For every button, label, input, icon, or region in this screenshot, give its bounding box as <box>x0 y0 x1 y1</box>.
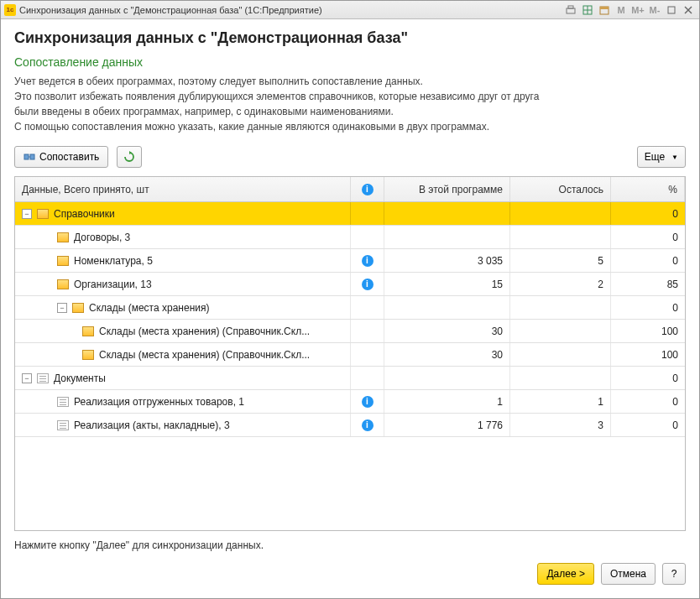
row-label: Реализация (акты, накладные), 3 <box>74 419 230 431</box>
cancel-button[interactable]: Отмена <box>601 563 656 585</box>
expand-toggle[interactable]: − <box>22 209 32 219</box>
cell-pct: 100 <box>611 320 685 342</box>
cell-program <box>384 367 510 389</box>
cell-pct: 0 <box>611 226 685 248</box>
footer-hint: Нажмите кнопку "Далее" для синхронизации… <box>14 539 686 551</box>
cell-data: −Справочники <box>15 202 351 225</box>
table-row[interactable]: Реализация (акты, накладные), 3i1 77630 <box>15 414 685 437</box>
cell-left: 3 <box>510 414 611 436</box>
cell-left: 5 <box>510 249 611 272</box>
row-label: Реализация отгруженных товаров, 1 <box>74 396 244 408</box>
cell-info <box>351 367 384 389</box>
window-title: Синхронизация данных с "Демонстрационная… <box>19 5 563 15</box>
info-icon[interactable]: i <box>362 396 374 408</box>
m-icon[interactable]: M <box>614 3 629 17</box>
print-icon[interactable] <box>563 3 578 17</box>
m-minus-icon[interactable]: M- <box>647 3 662 17</box>
row-label: Склады (места хранения) <box>89 302 209 314</box>
cell-data: Реализация (акты, накладные), 3 <box>15 414 351 436</box>
cell-program: 30 <box>384 343 510 366</box>
col-header-pct[interactable]: % <box>611 177 685 201</box>
more-button[interactable]: Еще ▼ <box>637 146 686 168</box>
svg-rect-11 <box>30 154 34 159</box>
col-header-info[interactable]: i <box>351 177 384 201</box>
cell-info: i <box>351 414 384 436</box>
svg-rect-6 <box>600 7 609 9</box>
cell-pct: 0 <box>611 249 685 272</box>
cell-info: i <box>351 273 384 295</box>
info-icon: i <box>362 184 374 195</box>
table-row[interactable]: Организации, 13i15285 <box>15 273 685 296</box>
cell-data: −Склады (места хранения) <box>15 296 351 319</box>
info-icon[interactable]: i <box>362 419 374 431</box>
cell-data: Номенклатура, 5 <box>15 249 351 272</box>
cell-program: 1 <box>384 390 510 413</box>
refresh-button[interactable] <box>117 146 142 168</box>
cell-pct: 0 <box>611 367 685 389</box>
expand-toggle[interactable]: − <box>57 303 67 313</box>
expand-toggle[interactable]: − <box>22 373 32 383</box>
info-icon[interactable]: i <box>362 255 374 267</box>
cell-left <box>510 296 611 319</box>
cell-program: 15 <box>384 273 510 295</box>
description-line: С помощью сопоставления можно указать, к… <box>14 119 686 134</box>
catalog-icon <box>72 303 84 313</box>
cell-info <box>351 343 384 366</box>
next-button[interactable]: Далее > <box>537 563 594 585</box>
table-row[interactable]: −Склады (места хранения)0 <box>15 296 685 320</box>
row-label: Организации, 13 <box>74 279 152 290</box>
cell-pct: 0 <box>611 296 685 319</box>
col-header-program[interactable]: В этой программе <box>384 177 510 201</box>
match-button[interactable]: Сопоставить <box>14 146 108 168</box>
titlebar-controls: M M+ M- <box>563 3 696 17</box>
help-button[interactable]: ? <box>662 563 686 585</box>
cell-program <box>384 226 510 248</box>
cell-pct: 0 <box>611 202 685 225</box>
section-title: Сопоставление данных <box>14 55 686 69</box>
table-row[interactable]: Склады (места хранения) (Справочник.Скл.… <box>15 343 685 367</box>
cell-program <box>384 202 510 225</box>
table-row[interactable]: Реализация отгруженных товаров, 1i110 <box>15 390 685 414</box>
table-row[interactable]: Номенклатура, 5i3 03550 <box>15 249 685 273</box>
minimize-icon[interactable] <box>664 3 679 17</box>
info-icon[interactable]: i <box>362 279 374 290</box>
m-plus-icon[interactable]: M+ <box>630 3 645 17</box>
cell-program: 1 776 <box>384 414 510 436</box>
catalog-icon <box>57 279 69 289</box>
table-row[interactable]: −Справочники0 <box>15 202 685 226</box>
cell-left: 2 <box>510 273 611 295</box>
document-icon <box>57 397 69 407</box>
cell-data: Склады (места хранения) (Справочник.Скл.… <box>15 343 351 366</box>
toolbar: Сопоставить Еще ▼ <box>14 146 686 168</box>
table-row[interactable]: Склады (места хранения) (Справочник.Скл.… <box>15 320 685 343</box>
document-icon <box>57 420 69 430</box>
cell-program: 30 <box>384 320 510 342</box>
catalog-icon <box>82 326 94 336</box>
svg-rect-0 <box>567 8 575 13</box>
grid-icon[interactable] <box>580 3 595 17</box>
cell-program: 3 035 <box>384 249 510 272</box>
calendar-icon[interactable] <box>597 3 612 17</box>
cell-data: Организации, 13 <box>15 273 351 295</box>
cell-pct: 0 <box>611 414 685 436</box>
svg-rect-7 <box>668 7 675 13</box>
cell-info <box>351 202 384 225</box>
col-header-data[interactable]: Данные, Всего принято, шт <box>15 177 351 201</box>
cell-pct: 100 <box>611 343 685 366</box>
cell-program <box>384 296 510 319</box>
row-label: Справочники <box>54 208 115 220</box>
table-row[interactable]: Договоры, 30 <box>15 226 685 249</box>
close-icon[interactable] <box>681 3 696 17</box>
description-line: были введены в обеих программах, наприме… <box>14 104 686 119</box>
app-icon: 1c <box>4 4 16 16</box>
description-line: Это позволит избежать появления дублирую… <box>14 89 686 104</box>
more-button-label: Еще <box>645 151 665 163</box>
document-icon <box>37 373 49 383</box>
titlebar: 1c Синхронизация данных с "Демонстрацион… <box>1 1 699 19</box>
cell-data: Договоры, 3 <box>15 226 351 248</box>
row-label: Документы <box>54 372 106 384</box>
cell-info <box>351 296 384 319</box>
table-row[interactable]: −Документы0 <box>15 367 685 390</box>
col-header-left[interactable]: Осталось <box>510 177 611 201</box>
match-button-label: Сопоставить <box>39 151 99 163</box>
